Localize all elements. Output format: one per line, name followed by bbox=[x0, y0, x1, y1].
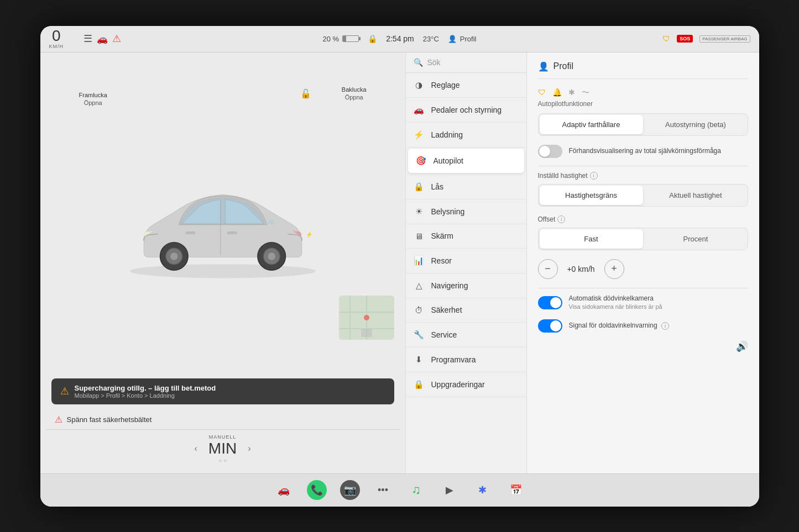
search-bar[interactable]: 🔍 Sök bbox=[406, 52, 526, 73]
taskbar: 🚗 📞 📷 ••• ♫ ▶ ✱ 📅 bbox=[40, 473, 759, 507]
seatbelt-warning: ⚠ Spänn fast säkerhetsbältet bbox=[46, 410, 400, 429]
door-front-left-label[interactable]: Framlucka Öppna bbox=[79, 91, 107, 107]
btn-autosteer[interactable]: Autostyrning (beta) bbox=[644, 114, 748, 135]
spotify-taskbar-icon[interactable]: ♫ bbox=[406, 480, 426, 500]
speed-mode-buttons: Hastighetsgräns Aktuell hastighet bbox=[538, 184, 748, 207]
speed-increase-button[interactable]: + bbox=[604, 259, 624, 279]
speed-offset-value: +0 km/h bbox=[565, 265, 598, 273]
prev-arrow[interactable]: ‹ bbox=[195, 444, 197, 454]
gear-sub-label: Manuell bbox=[208, 434, 237, 440]
gear-display: ‹ Manuell MIN ○ ○ › bbox=[46, 429, 400, 468]
menu-label-reglage: Reglage bbox=[431, 81, 460, 89]
autopilot-mode-buttons: Adaptiv farthållare Autostyrning (beta) bbox=[538, 113, 748, 136]
menu-item-sakerhet[interactable]: ⏱ Säkerhet bbox=[406, 298, 526, 323]
menu-label-autopilot: Autopilot bbox=[434, 156, 463, 165]
btn-fixed[interactable]: Fast bbox=[540, 229, 643, 249]
warning-triangle-icon: ⚠ bbox=[60, 385, 69, 397]
menu-item-autopilot[interactable]: 🎯 Autopilot bbox=[408, 149, 524, 173]
warning-title: Supercharging otillg. – lägg till bet.me… bbox=[75, 384, 216, 392]
car-icon[interactable]: 🚗 bbox=[97, 34, 108, 44]
next-arrow[interactable]: › bbox=[248, 444, 250, 454]
upgrade-icon: 🔒 bbox=[414, 380, 425, 389]
menu-item-belysning[interactable]: ☀ Belysning bbox=[406, 199, 526, 224]
profile-label: Profil bbox=[460, 35, 477, 43]
menu-panel: 🔍 Sök ◑ Reglage 🚗 Pedaler och styrning ⚡… bbox=[405, 52, 527, 473]
profile-button[interactable]: 👤 Profil bbox=[448, 35, 477, 43]
dots-taskbar-icon[interactable]: ••• bbox=[373, 480, 393, 500]
blind-spot-main-label: Automatisk dödvinkelkamera bbox=[569, 294, 662, 303]
menu-item-las[interactable]: 🔒 Lås bbox=[406, 175, 526, 199]
menu-label-las: Lås bbox=[431, 182, 444, 191]
menu-item-navigering[interactable]: △ Navigering bbox=[406, 273, 526, 298]
sun-icon: ☀ bbox=[414, 207, 425, 217]
svg-rect-17 bbox=[361, 329, 372, 337]
speed-info-icon[interactable]: i bbox=[590, 172, 598, 180]
gear-indicators: ○ ○ bbox=[208, 457, 237, 463]
gear-value: MIN bbox=[208, 440, 237, 457]
menu-label-service: Service bbox=[431, 330, 457, 339]
menu-item-uppgraderingar[interactable]: 🔒 Uppgraderingar bbox=[406, 372, 526, 397]
hidden-warning-label: Signal för doldavinkelnvarning i bbox=[569, 321, 669, 330]
shield-status-icon: 🛡 bbox=[538, 88, 546, 98]
menu-icon[interactable]: ☰ bbox=[83, 33, 92, 45]
btn-current-speed[interactable]: Aktuell hastighet bbox=[644, 185, 748, 206]
main-content: Framlucka Öppna Baklucka Öppna 🔓 bbox=[40, 52, 759, 473]
offset-info-icon[interactable]: i bbox=[557, 215, 565, 223]
battery-info: 20 % bbox=[323, 35, 359, 43]
screen: 0 KM/H ☰ 🚗 ⚠ 20 % 🔒 2:54 pm 23°C 👤 Profi… bbox=[40, 26, 759, 507]
hidden-warning-info-icon[interactable]: i bbox=[661, 322, 669, 330]
blind-spot-toggle-labels: Automatisk dödvinkelkamera Visa sidokame… bbox=[569, 294, 662, 312]
door-rear-right-label[interactable]: Baklucka Öppna bbox=[342, 86, 367, 102]
top-right-icons: 🛡 SOS PASSENGER AIRBAG bbox=[662, 34, 750, 43]
preview-toggle[interactable] bbox=[538, 145, 562, 158]
menu-item-service[interactable]: 🔧 Service bbox=[406, 323, 526, 347]
volume-icon[interactable]: 🔊 bbox=[736, 340, 748, 352]
menu-item-pedaler[interactable]: 🚗 Pedaler och styrning bbox=[406, 98, 526, 123]
menu-label-programvara: Programvara bbox=[431, 355, 476, 364]
speed-unit: KM/H bbox=[49, 44, 64, 49]
menu-label-resor: Resor bbox=[431, 256, 452, 265]
car-view: Framlucka Öppna Baklucka Öppna 🔓 bbox=[46, 58, 400, 373]
menu-item-programvara[interactable]: ⬇ Programvara bbox=[406, 347, 526, 372]
menu-item-laddning[interactable]: ⚡ Laddning bbox=[406, 123, 526, 148]
trunk-lock-icon: 🔓 bbox=[300, 88, 311, 99]
passenger-badge: PASSENGER AIRBAG bbox=[699, 35, 750, 43]
btn-percent[interactable]: Procent bbox=[644, 228, 748, 250]
section-autopilot: Autopilotfunktioner bbox=[538, 100, 748, 108]
btn-speed-limit[interactable]: Hastighetsgräns bbox=[540, 186, 643, 205]
offset-mode-buttons: Fast Procent bbox=[538, 228, 748, 250]
speed-offset-control: − +0 km/h + bbox=[538, 259, 748, 279]
menu-item-reglage[interactable]: ◑ Reglage bbox=[406, 73, 526, 98]
svg-point-0 bbox=[130, 264, 316, 278]
wifi-icon: 〜 bbox=[582, 88, 589, 98]
chart-icon: 📊 bbox=[414, 256, 425, 266]
speed-decrease-button[interactable]: − bbox=[538, 259, 558, 279]
calendar-taskbar-icon[interactable]: 📅 bbox=[506, 480, 526, 500]
mini-map[interactable] bbox=[339, 296, 394, 340]
menu-label-navigering: Navigering bbox=[431, 281, 468, 290]
warning-icon: ⚠ bbox=[112, 33, 121, 45]
sos-badge[interactable]: SOS bbox=[677, 35, 693, 43]
hidden-warning-toggle[interactable] bbox=[538, 319, 562, 333]
warning-text: Supercharging otillg. – lägg till bet.me… bbox=[75, 384, 216, 399]
top-center: 20 % 🔒 2:54 pm 23°C 👤 Profil bbox=[323, 34, 477, 43]
time-display: 2:54 pm bbox=[386, 34, 414, 43]
shield-icon: 🛡 bbox=[662, 34, 670, 43]
phone-taskbar-icon[interactable]: 📞 bbox=[307, 480, 327, 500]
car-taskbar-icon[interactable]: 🚗 bbox=[274, 480, 294, 500]
settings-title: Profil bbox=[553, 61, 573, 71]
warning-subtitle: Mobilapp > Profil > Konto > Laddning bbox=[75, 392, 216, 399]
temp-display: 23°C bbox=[423, 35, 439, 43]
blind-spot-toggle[interactable] bbox=[538, 296, 562, 309]
menu-item-skarm[interactable]: 🖥 Skärm bbox=[406, 224, 526, 249]
camera-taskbar-icon[interactable]: 📷 bbox=[340, 480, 360, 500]
menu-item-resor[interactable]: 📊 Resor bbox=[406, 249, 526, 273]
warning-banner: ⚠ Supercharging otillg. – lägg till bet.… bbox=[51, 378, 394, 404]
monitor-icon: 🖥 bbox=[414, 231, 425, 241]
offset-label: Offset i bbox=[538, 215, 748, 223]
bluetooth-taskbar-icon[interactable]: ✱ bbox=[473, 480, 493, 500]
play-taskbar-icon[interactable]: ▶ bbox=[440, 480, 459, 500]
bell-icon: 🔔 bbox=[552, 88, 562, 98]
btn-adaptive-cruise[interactable]: Adaptiv farthållare bbox=[540, 115, 643, 134]
menu-label-belysning: Belysning bbox=[431, 207, 465, 216]
